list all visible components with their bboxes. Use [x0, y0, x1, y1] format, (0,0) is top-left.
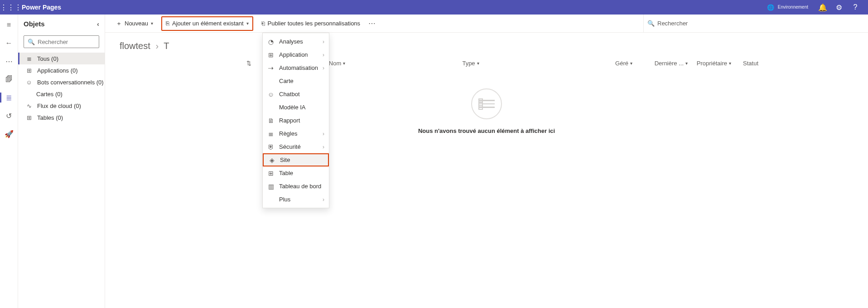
rail-item-objects[interactable]: ≣ [0, 90, 18, 105]
rail-menu[interactable]: ≡ [0, 17, 18, 33]
objects-item-label: Tables (0) [37, 114, 63, 121]
app-brand[interactable]: Power Pages [22, 4, 61, 11]
menu-tableau-de-bord[interactable]: ▥Tableau de bord [263, 180, 329, 193]
menu-rapport[interactable]: 🗎Rapport [263, 114, 329, 127]
objects-item-tables[interactable]: ⊞Tables (0) [18, 112, 105, 123]
help-icon: ? [854, 3, 858, 11]
objects-search-wrap: 🔍 [18, 33, 105, 53]
overflow-button[interactable]: ⋯ [368, 19, 376, 28]
objects-search[interactable]: 🔍 [24, 35, 99, 48]
col-status[interactable]: Statut [731, 60, 758, 67]
app-icon: ⊞ [267, 51, 275, 59]
publish-button[interactable]: ⎗ Publier toutes les personnalisations [258, 16, 364, 31]
automation-icon: ⇢ [267, 64, 275, 72]
objects-item-apps[interactable]: ⊞Applications (0) [18, 64, 105, 76]
add-existing-menu: ◔Analyses› ⊞Application› ⇢Automatisation… [262, 33, 329, 208]
objects-title: Objets [24, 20, 45, 28]
menu-site[interactable]: ◈Site [263, 153, 329, 166]
menu-regles[interactable]: ≣Règles› [263, 127, 329, 140]
chevron-right-icon: › [323, 39, 324, 45]
chatbot-icon: ☺ [267, 91, 275, 98]
menu-carte[interactable]: Carte [263, 74, 329, 88]
breadcrumb-solution[interactable]: flowtest [120, 41, 150, 51]
content-search-placeholder: Rechercher [657, 20, 688, 27]
bot-icon: ☺ [25, 79, 33, 86]
app-launcher[interactable]: ⋮⋮⋮ [0, 3, 22, 12]
empty-text: Nous n'avons trouvé aucun élément à affi… [105, 127, 868, 134]
main-content: ＋ Nouveau ▾ ⎘ Ajouter un élément existan… [105, 15, 868, 308]
menu-plus[interactable]: Plus› [263, 193, 329, 206]
objects-item-label: Bots conversationnels (0) [37, 79, 104, 86]
publish-icon: ⎗ [261, 20, 265, 27]
add-existing-label: Ajouter un élément existant [172, 20, 244, 27]
bell-icon: 🔔 [818, 3, 827, 12]
chevron-right-icon: › [323, 144, 324, 150]
app-icon: ⊞ [25, 67, 33, 74]
chevron-down-icon: ▾ [343, 61, 345, 66]
report-icon: 🗎 [267, 117, 275, 124]
menu-securite[interactable]: ⛨Sécurité› [263, 140, 329, 153]
col-managed[interactable]: Géré▾ [527, 60, 632, 67]
objects-item-bots[interactable]: ☺Bots conversationnels (0) [18, 76, 105, 88]
rail-item-history[interactable]: ↺ [0, 108, 18, 123]
chevron-right-icon: › [323, 65, 324, 71]
chevron-down-icon: ▾ [246, 21, 249, 26]
col-last[interactable]: Dernière ...▾ [632, 60, 688, 67]
environment-text: Environnement [778, 5, 808, 10]
menu-chatbot[interactable]: ☺Chatbot [263, 88, 329, 101]
table-header: ⇅ Nom▾ Type▾ Géré▾ Dernière ...▾ Proprié… [105, 55, 868, 71]
empty-icon [471, 88, 502, 119]
breadcrumb-page: T [164, 41, 169, 51]
app-header: ⋮⋮⋮ Power Pages 🌐 Environnement 🔔 ⚙ ? [0, 0, 868, 15]
chevron-right-icon: › [323, 196, 324, 203]
chevron-down-icon: ▾ [151, 21, 153, 26]
menu-table[interactable]: ⊞Table [263, 166, 329, 180]
objects-pane: Objets ‹ 🔍 ≣Tous (0) ⊞Applications (0) ☺… [18, 15, 105, 308]
objects-item-all[interactable]: ≣Tous (0) [18, 53, 105, 64]
header-right: 🌐 Environnement 🔔 ⚙ ? [767, 0, 868, 15]
breadcrumb-sep: › [155, 41, 159, 51]
col-type[interactable]: Type▾ [414, 60, 527, 67]
objects-item-label: Tous (0) [37, 55, 58, 62]
menu-modele-ia[interactable]: Modèle IA [263, 101, 329, 114]
shield-icon: ⛨ [267, 143, 275, 151]
rail-item-rocket[interactable]: 🚀 [0, 126, 18, 142]
waffle-icon: ⋮⋮⋮ [0, 3, 22, 12]
rail-back[interactable]: ← [0, 35, 18, 51]
table-icon: ⊞ [267, 170, 275, 177]
command-bar: ＋ Nouveau ▾ ⎘ Ajouter un élément existan… [105, 15, 868, 33]
plus-icon: ＋ [116, 20, 122, 28]
publish-label: Publier toutes les personnalisations [268, 20, 361, 27]
site-icon: ◈ [268, 156, 275, 164]
sort-icon[interactable]: ⇅ [242, 60, 260, 67]
content-search[interactable]: 🔍 Rechercher [643, 15, 861, 33]
left-rail: ≡ ← ⋯ 🗐 ≣ ↺ 🚀 [0, 15, 18, 308]
help-button[interactable]: ? [848, 0, 863, 15]
objects-item-cards[interactable]: Cartes (0) [18, 88, 105, 100]
objects-item-flows[interactable]: ∿Flux de cloud (0) [18, 100, 105, 112]
analyses-icon: ◔ [267, 38, 275, 45]
flow-icon: ∿ [25, 103, 33, 109]
add-existing-button[interactable]: ⎘ Ajouter un élément existant ▾ [161, 16, 253, 31]
menu-analyses[interactable]: ◔Analyses› [263, 35, 329, 48]
settings-button[interactable]: ⚙ [832, 0, 846, 15]
rail-item-1[interactable]: 🗐 [0, 72, 18, 87]
new-button[interactable]: ＋ Nouveau ▾ [112, 16, 157, 31]
objects-search-input[interactable] [38, 39, 95, 45]
objects-item-label: Cartes (0) [36, 91, 63, 98]
chevron-down-icon: ▾ [477, 61, 479, 66]
menu-automatisation[interactable]: ⇢Automatisation› [263, 61, 329, 74]
menu-application[interactable]: ⊞Application› [263, 48, 329, 61]
collapse-pane-button[interactable]: ‹ [97, 20, 99, 28]
add-existing-icon: ⎘ [166, 20, 169, 27]
rail-more[interactable]: ⋯ [0, 54, 18, 69]
search-icon: 🔍 [28, 39, 35, 45]
col-owner[interactable]: Propriétaire▾ [688, 60, 731, 67]
notifications-button[interactable]: 🔔 [815, 0, 830, 15]
environment-picker[interactable]: 🌐 Environnement [767, 4, 808, 11]
chevron-right-icon: › [323, 131, 324, 137]
objects-item-label: Applications (0) [37, 67, 78, 74]
new-button-label: Nouveau [125, 20, 148, 27]
objects-item-label: Flux de cloud (0) [37, 103, 81, 109]
list-icon: ≣ [25, 55, 33, 62]
